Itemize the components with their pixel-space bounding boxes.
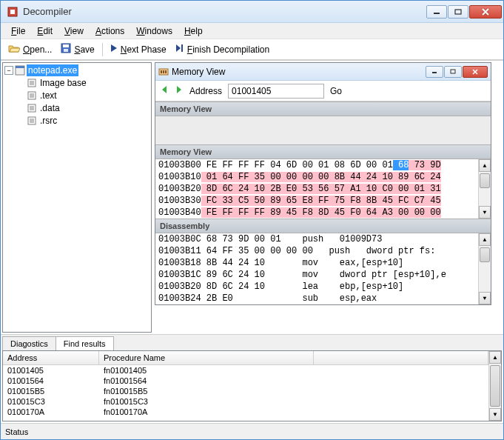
maximize-button[interactable] (448, 5, 468, 19)
scrollbar-thumb[interactable] (490, 365, 500, 407)
hex-dump[interactable]: 01003B00 FE FF FF FF 04 6D 00 01 08 6D 0… (155, 159, 491, 219)
scrollbar-thumb[interactable] (480, 247, 490, 262)
tree-label: .text (40, 90, 57, 101)
save-icon (61, 43, 71, 56)
finish-decompilation-button[interactable]: Finish Decompilation (172, 42, 272, 56)
col-spacer (314, 351, 488, 364)
menu-edit[interactable]: Edit (31, 24, 58, 38)
find-results-body: Address Procedure Name 01001405fn0100140… (2, 350, 502, 421)
save-button[interactable]: Save (58, 41, 97, 57)
result-row[interactable]: 0100170Afn0100170A (3, 407, 488, 417)
disasm-row[interactable]: 01003B20 8D 6C 24 10 lea ebp,[esp+10] (155, 281, 478, 293)
results-scrollbar[interactable]: ▲ ▼ (488, 351, 501, 421)
disasm-row[interactable]: 01003B18 8B 44 24 10 mov eax,[esp+10] (155, 257, 478, 269)
tree-item-data[interactable]: .data (25, 102, 149, 114)
col-address[interactable]: Address (3, 351, 99, 364)
tree-label: Image base (40, 78, 87, 88)
finish-label: Finish Decompilation (187, 44, 269, 55)
window-title: Decompiler (23, 6, 426, 17)
section-icon (27, 90, 37, 101)
scroll-down-button[interactable]: ▼ (479, 206, 491, 219)
menubar: File Edit View Actions Windows Help (1, 23, 503, 39)
result-address: 010015C3 (3, 397, 99, 406)
folder-open-icon (8, 43, 20, 56)
scrollbar-track[interactable] (479, 246, 491, 292)
result-address: 01001564 (3, 376, 99, 385)
menu-windows[interactable]: Windows (130, 24, 178, 38)
memory-view-title: Memory View (172, 67, 425, 77)
memory-view-window[interactable]: Memory View Address Go Memory View Memor… (155, 62, 491, 305)
scrollbar-track[interactable] (489, 364, 501, 408)
disasm-row[interactable]: 01003B1C 89 6C 24 10 mov dword ptr [esp+… (155, 269, 478, 281)
nav-forward-button[interactable] (175, 84, 184, 97)
play-icon (110, 44, 118, 55)
tree-pane[interactable]: − notepad.exe Image base .text .data .rs… (2, 62, 152, 333)
result-procedure: fn010015C3 (99, 397, 314, 406)
svg-rect-7 (181, 44, 183, 52)
tab-find-results[interactable]: Find results (56, 336, 114, 350)
titlebar[interactable]: Decompiler (1, 1, 503, 23)
svg-rect-1 (10, 10, 15, 14)
scrollbar-thumb[interactable] (480, 173, 490, 188)
mv-close-button[interactable] (463, 66, 488, 78)
bottom-pane: Diagostics Find results Address Procedur… (1, 334, 503, 423)
go-button[interactable]: Go (330, 86, 342, 96)
tree-item-rsrc[interactable]: .rsrc (25, 115, 149, 127)
minimize-button[interactable] (426, 5, 447, 19)
menu-help[interactable]: Help (178, 24, 209, 38)
svg-rect-5 (63, 44, 69, 47)
result-procedure: fn0100170A (99, 407, 314, 416)
tree-item-image-base[interactable]: Image base (25, 77, 149, 89)
scroll-up-button[interactable]: ▲ (479, 233, 491, 246)
hex-row[interactable]: 01003B30 FC 33 C5 50 89 65 E8 FF 75 F8 8… (155, 195, 478, 207)
result-row[interactable]: 010015B5fn010015B5 (3, 386, 488, 396)
memory-icon (158, 67, 169, 77)
scrollbar-track[interactable] (479, 172, 491, 206)
nav-back-button[interactable] (160, 84, 169, 97)
tab-diagnostics[interactable]: Diagostics (2, 336, 56, 350)
mv-minimize-button[interactable] (426, 66, 443, 78)
disasm-row[interactable]: 01003B24 2B E0 sub esp,eax (155, 293, 478, 304)
results-header: Address Procedure Name (3, 351, 488, 365)
hex-row[interactable]: 01003B10 01 64 FF 35 00 00 00 00 8B 44 2… (155, 171, 478, 183)
main-window: Decompiler File Edit View Actions Window… (0, 0, 504, 440)
memory-view-titlebar[interactable]: Memory View (155, 63, 491, 81)
scroll-up-button[interactable]: ▲ (479, 159, 491, 172)
tree-root-row: − notepad.exe (4, 64, 149, 76)
disasm-row[interactable]: 01003B11 64 FF 35 00 00 00 00 push dword… (155, 245, 478, 257)
close-button[interactable] (469, 5, 502, 19)
scroll-up-button[interactable]: ▲ (489, 351, 501, 364)
svg-rect-31 (451, 70, 455, 73)
open-button[interactable]: Open... (5, 41, 55, 57)
results-table[interactable]: Address Procedure Name 01001405fn0100140… (3, 351, 488, 421)
disasm-scrollbar[interactable]: ▲ ▼ (478, 233, 491, 304)
disassembly[interactable]: 01003B0C 68 73 9D 00 01 push 01009D73010… (155, 233, 491, 304)
tree-item-text[interactable]: .text (25, 90, 149, 101)
address-input[interactable] (228, 84, 324, 99)
menu-view[interactable]: View (58, 24, 90, 38)
col-procedure[interactable]: Procedure Name (99, 351, 314, 364)
hex-row[interactable]: 01003B40 FE FF FF FF 89 45 F8 8D 45 F0 6… (155, 207, 478, 219)
menu-actions[interactable]: Actions (90, 24, 130, 38)
result-row[interactable]: 010015C3fn010015C3 (3, 396, 488, 407)
next-phase-button[interactable]: Next Phase (107, 42, 169, 56)
svg-rect-30 (432, 72, 437, 73)
svg-rect-29 (165, 70, 167, 73)
tree-label: .data (40, 103, 60, 113)
result-row[interactable]: 01001564fn01001564 (3, 376, 488, 386)
hex-scrollbar[interactable]: ▲ ▼ (478, 159, 491, 219)
result-procedure: fn01001405 (99, 366, 314, 375)
toolbar: Open... Save Next Phase Finish Decompila… (1, 39, 503, 60)
scroll-down-button[interactable]: ▼ (489, 408, 501, 421)
hex-row[interactable]: 01003B00 FE FF FF FF 04 6D 00 01 08 6D 0… (155, 159, 478, 171)
svg-rect-3 (455, 10, 461, 14)
tree-item-root[interactable]: notepad.exe (27, 64, 78, 76)
expand-toggle[interactable]: − (4, 66, 13, 75)
hex-row[interactable]: 01003B20 8D 6C 24 10 2B E0 53 56 57 A1 1… (155, 183, 478, 195)
result-row[interactable]: 01001405fn01001405 (3, 365, 488, 376)
svg-rect-6 (64, 49, 68, 52)
menu-file[interactable]: File (5, 24, 31, 38)
mv-maximize-button[interactable] (444, 66, 462, 78)
scroll-down-button[interactable]: ▼ (479, 292, 491, 304)
disasm-row[interactable]: 01003B0C 68 73 9D 00 01 push 01009D73 (155, 233, 478, 245)
